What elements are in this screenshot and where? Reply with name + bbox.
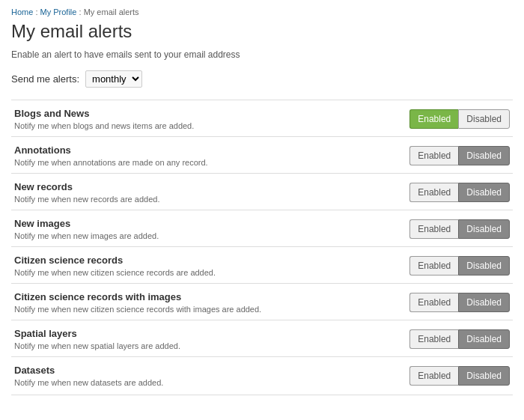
alert-row-new-records: New records Notify me when new records a… <box>11 181 513 204</box>
alert-desc-citizen-science: Notify me when new citizen science recor… <box>14 268 216 277</box>
btn-group-annotations: Enabled Disabled <box>409 146 510 166</box>
alert-info-citizen-science: Citizen science records Notify me when n… <box>14 255 216 277</box>
alert-desc-blogs: Notify me when blogs and news items are … <box>14 121 194 130</box>
alert-info-new-images: New images Notify me when new images are… <box>14 218 159 240</box>
breadcrumb-home[interactable]: Home <box>11 7 33 16</box>
alert-desc-annotations: Notify me when annotations are made on a… <box>14 158 208 167</box>
btn-disabled-spatial-layers[interactable]: Disabled <box>458 329 510 350</box>
btn-enabled-datasets[interactable]: Enabled <box>409 366 458 386</box>
btn-group-datasets: Enabled Disabled <box>409 366 510 386</box>
btn-disabled-blogs[interactable]: Disabled <box>458 109 510 130</box>
alert-desc-datasets: Notify me when new datasets are added. <box>14 378 163 387</box>
alert-section-citizen-science: Citizen science records Notify me when n… <box>11 246 513 283</box>
btn-enabled-citizen-science-images[interactable]: Enabled <box>409 293 458 313</box>
alert-row-blogs: Blogs and News Notify me when blogs and … <box>11 108 513 130</box>
btn-disabled-citizen-science-images[interactable]: Disabled <box>458 293 510 313</box>
alert-row-citizen-science: Citizen science records Notify me when n… <box>11 255 513 277</box>
btn-group-new-records: Enabled Disabled <box>409 183 510 203</box>
btn-group-blogs: Enabled Disabled <box>409 109 510 130</box>
alert-info-blogs: Blogs and News Notify me when blogs and … <box>14 108 194 130</box>
alert-title-citizen-science: Citizen science records <box>14 255 216 266</box>
btn-group-citizen-science-images: Enabled Disabled <box>409 293 510 313</box>
btn-disabled-new-images[interactable]: Disabled <box>458 219 510 240</box>
alert-row-annotations: Annotations Notify me when annotations a… <box>11 144 513 167</box>
breadcrumb-current: My email alerts <box>84 7 139 16</box>
alert-title-annotations: Annotations <box>14 144 208 156</box>
btn-enabled-new-images[interactable]: Enabled <box>409 219 458 240</box>
btn-enabled-annotations[interactable]: Enabled <box>409 146 458 166</box>
alert-desc-citizen-science-images: Notify me when new citizen science recor… <box>14 305 261 314</box>
alert-row-new-images: New images Notify me when new images are… <box>11 218 513 240</box>
alert-desc-spatial-layers: Notify me when new spatial layers are ad… <box>14 341 180 350</box>
alert-row-citizen-science-images: Citizen science records with images Noti… <box>11 291 513 314</box>
alert-desc-new-images: Notify me when new images are added. <box>14 231 159 240</box>
btn-group-citizen-science: Enabled Disabled <box>409 256 510 276</box>
btn-group-spatial-layers: Enabled Disabled <box>409 329 510 350</box>
alert-section-blogs: Blogs and News Notify me when blogs and … <box>11 100 513 136</box>
btn-group-new-images: Enabled Disabled <box>409 219 510 240</box>
alert-info-spatial-layers: Spatial layers Notify me when new spatia… <box>14 328 180 350</box>
alerts-container: Blogs and News Notify me when blogs and … <box>11 100 513 393</box>
btn-disabled-annotations[interactable]: Disabled <box>458 146 510 166</box>
page-title: My email alerts <box>11 21 513 42</box>
alert-info-citizen-science-images: Citizen science records with images Noti… <box>14 291 261 314</box>
alert-title-new-images: New images <box>14 218 159 229</box>
btn-enabled-new-records[interactable]: Enabled <box>409 183 458 203</box>
alert-section-new-images: New images Notify me when new images are… <box>11 210 513 246</box>
breadcrumb-profile[interactable]: My Profile <box>40 7 77 16</box>
alert-title-new-records: New records <box>14 181 159 192</box>
alert-info-new-records: New records Notify me when new records a… <box>14 181 159 204</box>
frequency-select[interactable]: monthly daily weekly <box>85 70 142 88</box>
alert-desc-new-records: Notify me when new records are added. <box>14 195 159 204</box>
alert-info-datasets: Datasets Notify me when new datasets are… <box>14 365 163 387</box>
btn-enabled-spatial-layers[interactable]: Enabled <box>409 329 458 350</box>
breadcrumb: Home : My Profile : My email alerts <box>11 7 513 16</box>
btn-disabled-citizen-science[interactable]: Disabled <box>458 256 510 276</box>
alert-info-annotations: Annotations Notify me when annotations a… <box>14 144 208 167</box>
btn-enabled-blogs[interactable]: Enabled <box>409 109 458 130</box>
page-subtitle: Enable an alert to have emails sent to y… <box>11 49 513 60</box>
alert-section-new-records: New records Notify me when new records a… <box>11 173 513 210</box>
alert-title-citizen-science-images: Citizen science records with images <box>14 291 261 302</box>
alert-section-citizen-science-images: Citizen science records with images Noti… <box>11 283 513 320</box>
alert-section-annotations: Annotations Notify me when annotations a… <box>11 136 513 173</box>
alert-title-blogs: Blogs and News <box>14 108 194 119</box>
btn-enabled-citizen-science[interactable]: Enabled <box>409 256 458 276</box>
alert-section-datasets: Datasets Notify me when new datasets are… <box>11 356 513 393</box>
alert-section-spatial-layers: Spatial layers Notify me when new spatia… <box>11 320 513 356</box>
btn-disabled-datasets[interactable]: Disabled <box>458 366 510 386</box>
alert-title-datasets: Datasets <box>14 365 163 376</box>
send-alerts-label: Send me alerts: <box>11 73 79 85</box>
send-alerts-row: Send me alerts: monthly daily weekly <box>11 70 513 88</box>
alert-row-datasets: Datasets Notify me when new datasets are… <box>11 365 513 387</box>
alert-row-spatial-layers: Spatial layers Notify me when new spatia… <box>11 328 513 350</box>
btn-disabled-new-records[interactable]: Disabled <box>458 183 510 203</box>
alert-title-spatial-layers: Spatial layers <box>14 328 180 339</box>
